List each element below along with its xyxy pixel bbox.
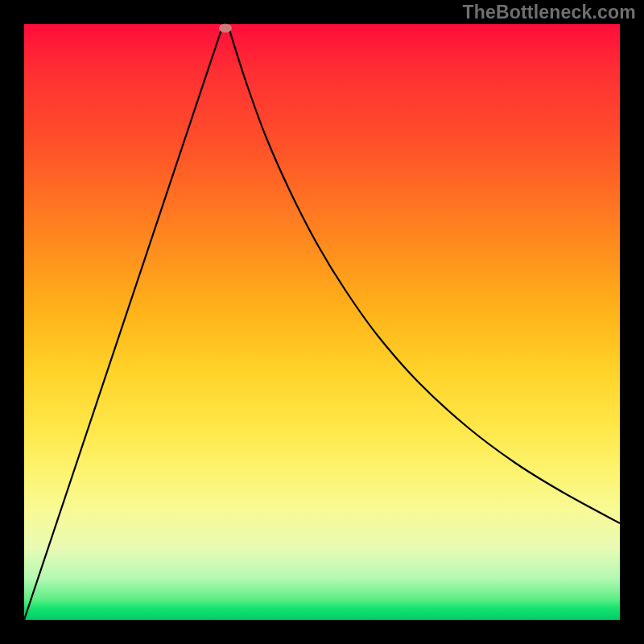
watermark-text: TheBottleneck.com: [462, 2, 636, 23]
bottleneck-curve: [24, 24, 620, 620]
curve-right-branch: [229, 30, 620, 523]
chart-stage: TheBottleneck.com: [0, 0, 644, 644]
optimum-marker: [219, 24, 232, 33]
curve-left-branch: [24, 30, 221, 620]
